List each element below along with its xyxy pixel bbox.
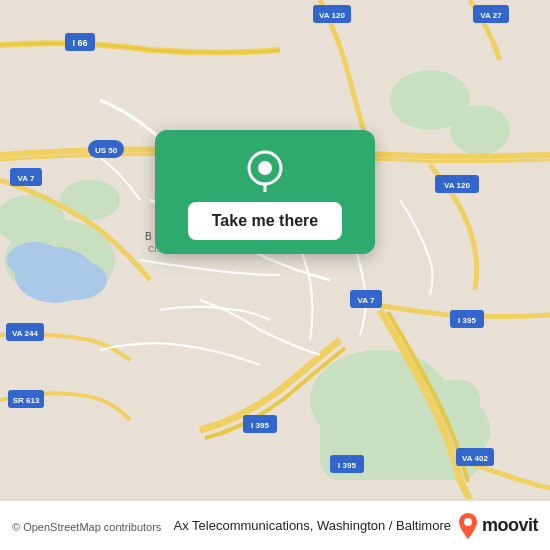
take-me-there-button[interactable]: Take me there [188, 202, 342, 240]
moovit-pin-icon [457, 513, 479, 539]
svg-point-11 [43, 260, 107, 300]
popup-card: Take me there [155, 130, 375, 254]
moovit-brand-text: moovit [482, 515, 538, 536]
app-info-section: Ax Telecommunications, Washington / Balt… [174, 513, 538, 539]
svg-text:I 66: I 66 [72, 38, 87, 48]
svg-text:I 395: I 395 [338, 461, 356, 470]
svg-text:SR 613: SR 613 [13, 396, 40, 405]
svg-text:VA 244: VA 244 [12, 329, 38, 338]
svg-point-45 [464, 518, 472, 526]
svg-text:VA 402: VA 402 [462, 454, 488, 463]
svg-text:US 50: US 50 [95, 146, 118, 155]
copyright-text: © OpenStreetMap contributors [12, 521, 161, 533]
svg-text:VA 7: VA 7 [358, 296, 375, 305]
svg-point-3 [60, 180, 120, 220]
svg-text:VA 120: VA 120 [319, 11, 345, 20]
moovit-logo: moovit [457, 513, 538, 539]
map-container: I 66 VA 120 VA 27 US 50 US 50 VA 7 VA 7 … [0, 0, 550, 500]
svg-point-5 [450, 105, 510, 155]
svg-text:I 395: I 395 [251, 421, 269, 430]
svg-text:VA 27: VA 27 [480, 11, 502, 20]
svg-text:I 395: I 395 [458, 316, 476, 325]
location-pin-icon [243, 148, 287, 192]
svg-text:B: B [145, 231, 152, 242]
location-label: Ax Telecommunications, Washington / Balt… [174, 518, 451, 533]
bottom-bar: © OpenStreetMap contributors Ax Telecomm… [0, 500, 550, 550]
svg-point-43 [258, 161, 272, 175]
svg-text:VA 120: VA 120 [444, 181, 470, 190]
copyright-section: © OpenStreetMap contributors [12, 517, 161, 535]
svg-text:VA 7: VA 7 [18, 174, 35, 183]
